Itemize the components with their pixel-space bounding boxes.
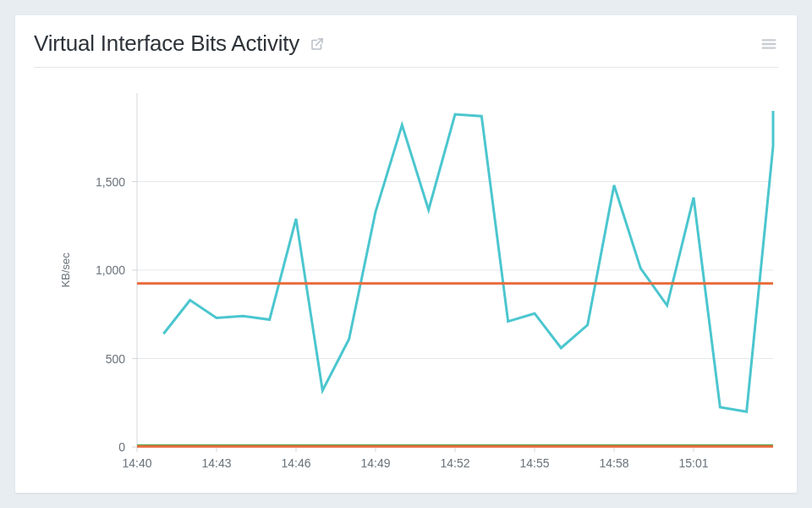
hamburger-menu-icon[interactable] [760,35,778,53]
chart-area: 05001,0001,500KB/sec14:4014:4314:4614:49… [34,78,778,484]
y-axis-label: KB/sec [59,252,72,288]
x-tick-label: 14:52 [440,456,469,470]
x-tick-label: 14:55 [519,456,549,470]
panel-header: Virtual Interface Bits Activity [34,30,778,68]
chart-panel: Virtual Interface Bits Activity 05001,00… [15,15,797,493]
y-tick-label: 500 [106,352,126,366]
x-tick-label: 14:49 [360,456,390,470]
x-tick-label: 14:40 [122,456,151,470]
popout-icon[interactable] [310,36,325,52]
line-chart: 05001,0001,500KB/sec14:4014:4314:4614:49… [34,78,778,484]
title-group: Virtual Interface Bits Activity [34,30,325,57]
y-tick-label: 1,000 [96,263,125,277]
y-tick-label: 1,500 [96,175,125,189]
x-tick-label: 14:43 [201,456,231,470]
x-tick-label: 14:58 [599,456,628,470]
x-tick-label: 14:46 [281,456,310,470]
series-bits-activity [163,111,773,411]
panel-title: Virtual Interface Bits Activity [34,30,299,57]
x-tick-label: 15:01 [678,456,708,470]
y-tick-label: 0 [118,440,125,454]
